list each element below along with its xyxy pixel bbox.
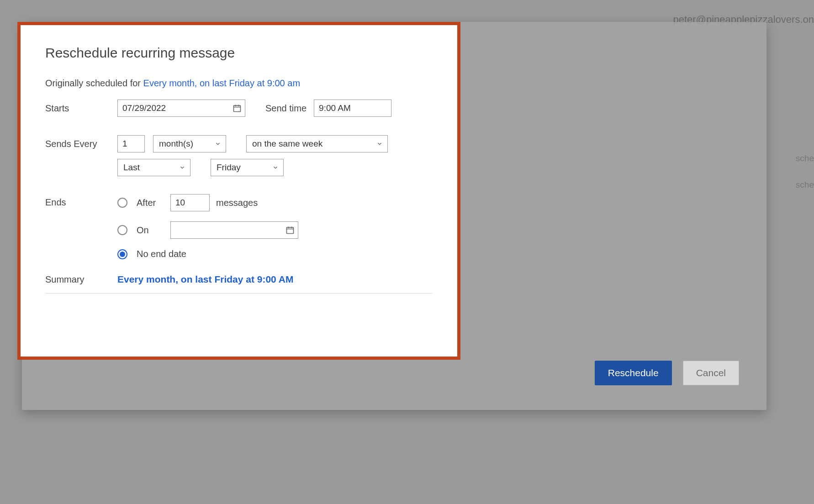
week-ordinal-value: Last xyxy=(123,163,140,173)
ends-no-end-option[interactable]: No end date xyxy=(117,249,433,259)
ends-on-label: On xyxy=(137,225,164,236)
weekday-value: Friday xyxy=(217,163,241,173)
week-ordinal-select[interactable]: Last xyxy=(117,159,190,176)
sends-every-count-input[interactable] xyxy=(117,135,145,152)
weekday-select[interactable]: Friday xyxy=(211,159,284,176)
send-time-input[interactable] xyxy=(314,100,391,117)
reschedule-dialog: Reschedule recurring message Originally … xyxy=(17,22,460,360)
send-time-label: Send time xyxy=(265,103,307,114)
ends-on-radio[interactable] xyxy=(117,225,127,235)
chevron-down-icon xyxy=(215,141,221,147)
originally-scheduled-link[interactable]: Every month, on last Friday at 9:00 am xyxy=(143,78,301,88)
sends-every-row: Sends Every month(s) on the same week xyxy=(45,135,433,152)
starts-date-input[interactable] xyxy=(117,100,245,117)
ends-after-label: After xyxy=(137,198,164,208)
ends-on-option[interactable]: On xyxy=(117,221,433,239)
background-cut-text-2: sche xyxy=(796,180,814,190)
week-ordinal-row: Last Friday xyxy=(117,159,433,176)
ends-after-radio[interactable] xyxy=(117,198,127,208)
ends-no-end-label: No end date xyxy=(137,249,186,259)
sends-every-unit-value: month(s) xyxy=(159,139,193,149)
dialog-title: Reschedule recurring message xyxy=(45,45,433,61)
sends-every-pattern-select[interactable]: on the same week xyxy=(246,135,388,152)
sends-every-label: Sends Every xyxy=(45,139,117,149)
sends-every-unit-select[interactable]: month(s) xyxy=(153,135,226,152)
ends-label: Ends xyxy=(45,194,117,208)
starts-label: Starts xyxy=(45,103,117,114)
ends-on-date-field[interactable] xyxy=(170,221,298,239)
chevron-down-icon xyxy=(376,141,383,147)
cancel-button[interactable]: Cancel xyxy=(683,361,739,385)
ends-after-option[interactable]: After messages xyxy=(117,194,433,211)
background-cut-text-1: sche xyxy=(796,153,814,163)
ends-no-end-radio[interactable] xyxy=(117,249,127,259)
summary-text: Every month, on last Friday at 9:00 AM xyxy=(117,274,294,285)
ends-options: After messages On No end date xyxy=(117,194,433,259)
starts-row: Starts Send time xyxy=(45,100,433,117)
originally-scheduled-text: Originally scheduled for Every month, on… xyxy=(45,78,433,89)
sends-every-pattern-value: on the same week xyxy=(252,139,322,149)
originally-prefix: Originally scheduled for xyxy=(45,78,143,88)
summary-label: Summary xyxy=(45,274,117,285)
footer-button-row: Reschedule Cancel xyxy=(595,361,739,385)
starts-date-field[interactable] xyxy=(117,100,245,117)
ends-on-date-input[interactable] xyxy=(170,221,298,239)
chevron-down-icon xyxy=(272,164,279,171)
chevron-down-icon xyxy=(179,164,185,171)
summary-row: Summary Every month, on last Friday at 9… xyxy=(45,274,433,294)
ends-after-suffix: messages xyxy=(216,198,258,208)
reschedule-button[interactable]: Reschedule xyxy=(595,361,672,385)
ends-after-count-input[interactable] xyxy=(170,194,210,211)
